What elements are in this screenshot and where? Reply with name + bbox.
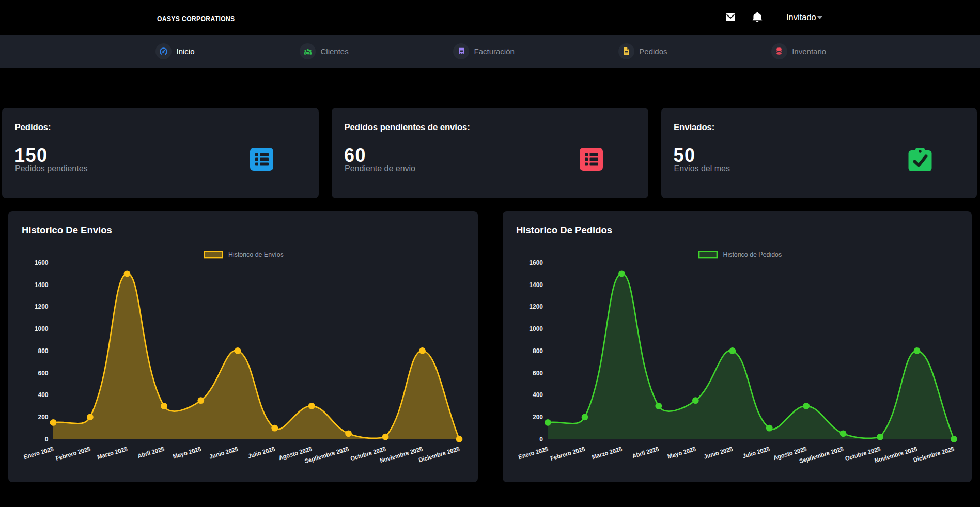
svg-text:Abril 2025: Abril 2025 xyxy=(631,446,660,460)
svg-text:Histórico de Envíos: Histórico de Envíos xyxy=(228,251,284,258)
svg-text:600: 600 xyxy=(533,370,543,377)
svg-text:Febrero 2025: Febrero 2025 xyxy=(550,446,586,462)
svg-text:1600: 1600 xyxy=(529,259,543,266)
svg-text:Enero 2025: Enero 2025 xyxy=(23,446,54,460)
svg-text:Histórico de Pedidos: Histórico de Pedidos xyxy=(723,251,782,258)
svg-text:Marzo 2025: Marzo 2025 xyxy=(97,446,129,461)
svg-text:Mayo 2025: Mayo 2025 xyxy=(667,446,697,460)
svg-text:Noviembre 2025: Noviembre 2025 xyxy=(874,446,918,464)
svg-text:0: 0 xyxy=(45,436,49,443)
svg-text:Febrero 2025: Febrero 2025 xyxy=(55,446,91,462)
svg-text:400: 400 xyxy=(38,391,48,399)
svg-text:1200: 1200 xyxy=(529,303,543,310)
svg-text:1200: 1200 xyxy=(35,303,49,310)
svg-text:Julio 2025: Julio 2025 xyxy=(247,446,276,460)
svg-text:0: 0 xyxy=(539,436,543,443)
svg-text:Julio 2025: Julio 2025 xyxy=(742,446,771,460)
svg-text:1400: 1400 xyxy=(35,281,49,289)
svg-text:400: 400 xyxy=(533,391,543,399)
svg-text:Junio 2025: Junio 2025 xyxy=(209,446,239,460)
svg-text:Diciembre 2025: Diciembre 2025 xyxy=(418,446,461,464)
svg-text:Abril 2025: Abril 2025 xyxy=(137,446,165,460)
svg-text:200: 200 xyxy=(38,414,48,421)
svg-text:Junio 2025: Junio 2025 xyxy=(703,446,734,460)
svg-text:200: 200 xyxy=(533,414,543,421)
svg-text:600: 600 xyxy=(38,370,48,377)
svg-text:Mayo 2025: Mayo 2025 xyxy=(172,446,202,460)
svg-text:1000: 1000 xyxy=(35,325,49,332)
svg-text:1000: 1000 xyxy=(529,325,543,332)
svg-text:800: 800 xyxy=(533,347,543,355)
svg-text:Enero 2025: Enero 2025 xyxy=(518,446,549,460)
svg-text:1400: 1400 xyxy=(529,281,543,289)
svg-text:800: 800 xyxy=(38,347,48,355)
svg-text:Noviembre 2025: Noviembre 2025 xyxy=(379,446,424,464)
svg-text:Diciembre 2025: Diciembre 2025 xyxy=(912,446,955,464)
svg-text:Marzo 2025: Marzo 2025 xyxy=(591,446,623,461)
svg-text:1600: 1600 xyxy=(35,259,49,266)
